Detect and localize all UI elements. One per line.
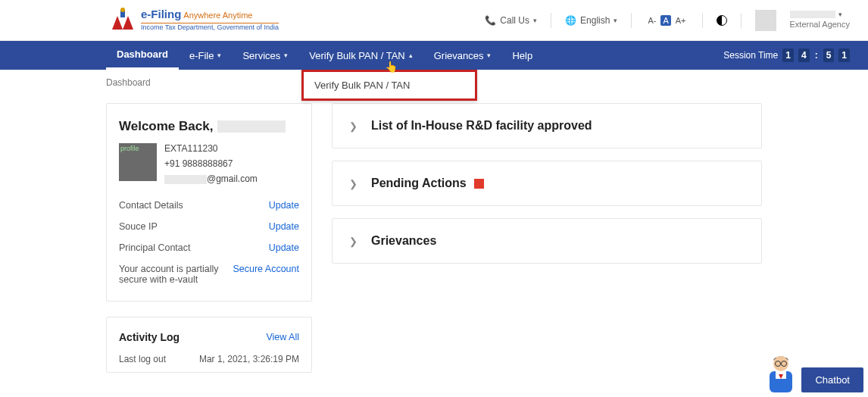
call-us-dropdown[interactable]: 📞 Call Us ▾ bbox=[485, 15, 537, 26]
language-label: English bbox=[580, 15, 610, 26]
dropdown-item-verify-bulk[interactable]: Verify Bulk PAN / TAN bbox=[304, 72, 475, 98]
divider bbox=[702, 13, 703, 28]
phone-icon: 📞 bbox=[485, 15, 496, 26]
welcome-name-masked bbox=[217, 120, 286, 133]
secure-account-label: Your account is partially secure with e-… bbox=[119, 264, 233, 285]
activity-row: Last log out Mar 1, 2021, 3:26:19 PM bbox=[119, 354, 299, 364]
session-colon: : bbox=[814, 50, 819, 61]
secure-account-link[interactable]: Secure Account bbox=[233, 264, 299, 285]
language-dropdown[interactable]: 🌐 English ▾ bbox=[565, 15, 617, 26]
top-bar: e-FilingAnywhere Anytime Income Tax Depa… bbox=[0, 0, 868, 41]
chevron-down-icon: ▾ bbox=[614, 17, 617, 24]
last-logout-label: Last log out bbox=[119, 354, 166, 364]
nav-dashboard[interactable]: Dashboard bbox=[106, 41, 179, 70]
right-column: ❯ List of In-House R&D facility approved… bbox=[332, 103, 762, 264]
profile-row: profile EXTA111230 +91 9888888867 @gmail… bbox=[119, 143, 299, 184]
logo-text: e-FilingAnywhere Anytime Income Tax Depa… bbox=[141, 8, 279, 31]
secure-account-row: Your account is partially secure with e-… bbox=[119, 258, 299, 290]
session-label: Session Time bbox=[723, 50, 778, 61]
welcome-card: Welcome Back, profile EXTA111230 +91 988… bbox=[106, 103, 312, 302]
profile-email: @gmail.com bbox=[164, 173, 258, 184]
panel-pending-actions[interactable]: ❯ Pending Actions bbox=[332, 161, 762, 206]
panel-rnd-title: List of In-House R&D facility approved bbox=[371, 119, 592, 133]
chevron-down-icon: ▾ bbox=[217, 52, 221, 59]
contact-details-label: Contact Details bbox=[119, 200, 183, 211]
verify-bulk-dropdown: Verify Bulk PAN / TAN bbox=[301, 70, 477, 101]
user-avatar[interactable] bbox=[755, 10, 776, 31]
nav-grievances-label: Grievances bbox=[434, 50, 484, 61]
emblem-icon bbox=[109, 7, 136, 34]
session-digit: 1 bbox=[782, 48, 794, 62]
nav-efile-label: e-File bbox=[189, 50, 214, 61]
divider bbox=[551, 13, 551, 28]
svg-rect-6 bbox=[776, 371, 786, 373]
profile-phone: +91 9888888867 bbox=[164, 158, 258, 169]
logo-title-tag: Anywhere Anytime bbox=[183, 11, 252, 20]
contact-details-update-link[interactable]: Update bbox=[269, 200, 299, 211]
activity-header: Activity Log View All bbox=[119, 331, 299, 343]
nav-help[interactable]: Help bbox=[501, 41, 543, 70]
panel-pending-text: Pending Actions bbox=[371, 177, 467, 190]
activity-log-card: Activity Log View All Last log out Mar 1… bbox=[106, 317, 312, 373]
site-logo[interactable]: e-FilingAnywhere Anytime Income Tax Depa… bbox=[109, 7, 279, 34]
panel-rnd-facility[interactable]: ❯ List of In-House R&D facility approved bbox=[332, 103, 762, 148]
session-digit: 1 bbox=[838, 48, 850, 62]
welcome-title: Welcome Back, bbox=[119, 119, 299, 134]
user-name-masked bbox=[790, 11, 835, 18]
globe-icon: 🌐 bbox=[565, 15, 576, 26]
profile-id: EXTA111230 bbox=[164, 143, 258, 154]
last-logout-value: Mar 1, 2021, 3:26:19 PM bbox=[199, 354, 299, 364]
contact-details-row: Contact Details Update bbox=[119, 195, 299, 216]
chevron-down-icon: ▾ bbox=[487, 52, 491, 59]
nav-efile[interactable]: e-File▾ bbox=[179, 41, 233, 70]
content-area: Welcome Back, profile EXTA111230 +91 988… bbox=[0, 88, 868, 373]
chevron-right-icon: ❯ bbox=[349, 236, 358, 247]
chevron-up-icon: ▴ bbox=[409, 52, 413, 59]
principal-contact-row: Principal Contact Update bbox=[119, 237, 299, 258]
font-decrease-button[interactable]: A- bbox=[645, 15, 658, 26]
contrast-toggle[interactable] bbox=[717, 15, 727, 26]
call-us-label: Call Us bbox=[500, 15, 529, 26]
session-digit: 5 bbox=[823, 48, 835, 62]
activity-view-all-link[interactable]: View All bbox=[266, 332, 299, 342]
profile-alt-text: profile bbox=[120, 145, 139, 152]
panel-pending-title: Pending Actions bbox=[371, 177, 484, 190]
font-size-controls: A- A A+ bbox=[645, 15, 688, 26]
left-column: Welcome Back, profile EXTA111230 +91 988… bbox=[106, 103, 312, 373]
user-type-label: External Agency bbox=[790, 20, 851, 29]
welcome-title-text: Welcome Back, bbox=[119, 119, 213, 134]
chevron-right-icon: ❯ bbox=[349, 120, 358, 132]
source-ip-update-link[interactable]: Update bbox=[269, 221, 299, 232]
chevron-right-icon: ❯ bbox=[349, 178, 358, 189]
alert-indicator-icon bbox=[474, 179, 484, 189]
nav-services[interactable]: Services▾ bbox=[232, 41, 298, 70]
chevron-down-icon: ▾ bbox=[838, 11, 842, 19]
activity-title: Activity Log bbox=[119, 331, 180, 343]
nav-dashboard-label: Dashboard bbox=[117, 48, 168, 60]
svg-point-1 bbox=[120, 8, 125, 12]
chevron-down-icon: ▾ bbox=[533, 17, 537, 24]
user-info[interactable]: ▾ External Agency bbox=[790, 11, 851, 29]
source-ip-label: Souce IP bbox=[119, 221, 158, 232]
email-suffix: @gmail.com bbox=[207, 173, 258, 184]
nav-grievances[interactable]: Grievances▾ bbox=[423, 41, 502, 70]
chatbot-widget[interactable]: Chatbot bbox=[765, 353, 863, 373]
cursor-pointer-icon: 👆 bbox=[385, 61, 398, 73]
panel-grievances[interactable]: ❯ Grievances bbox=[332, 218, 762, 264]
profile-image: profile bbox=[119, 143, 157, 181]
email-masked bbox=[164, 175, 207, 184]
logo-subtitle: Income Tax Department, Government of Ind… bbox=[141, 23, 279, 32]
nav-services-label: Services bbox=[242, 50, 280, 61]
panel-grievances-title: Grievances bbox=[371, 234, 436, 248]
font-default-button[interactable]: A bbox=[660, 15, 670, 26]
nav-verify-bulk[interactable]: Verify Bulk PAN / TAN▴ bbox=[298, 41, 423, 70]
session-timer: Session Time 1 4 : 5 1 bbox=[723, 48, 850, 62]
divider bbox=[631, 13, 632, 28]
chatbot-button[interactable]: Chatbot bbox=[801, 367, 863, 373]
principal-contact-update-link[interactable]: Update bbox=[269, 242, 299, 253]
nav-verify-label: Verify Bulk PAN / TAN bbox=[309, 50, 404, 61]
font-increase-button[interactable]: A+ bbox=[673, 15, 688, 26]
session-digit: 4 bbox=[798, 48, 810, 62]
main-nav: Dashboard e-File▾ Services▾ Verify Bulk … bbox=[0, 41, 868, 70]
divider bbox=[741, 13, 742, 28]
